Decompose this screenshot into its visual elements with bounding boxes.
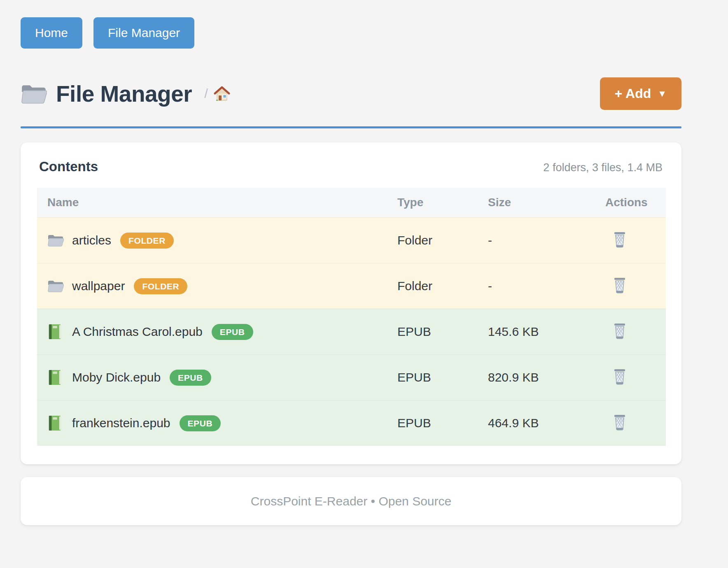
add-button-label: + Add (615, 86, 651, 101)
table-row[interactable]: Moby Dick.epub EPUB EPUB 820.9 KB (37, 354, 666, 400)
folder-icon (47, 233, 64, 248)
wastebasket-icon (612, 277, 628, 294)
file-type: Folder (397, 233, 488, 247)
column-header-name: Name (37, 196, 397, 209)
breadcrumb-separator: / (204, 86, 208, 101)
delete-button[interactable] (610, 275, 629, 296)
footer-card: CrossPoint E-Reader • Open Source (21, 477, 681, 525)
table-row[interactable]: articles FOLDER Folder - (37, 217, 666, 263)
top-nav: Home File Manager (21, 0, 681, 49)
book-icon (47, 415, 64, 431)
file-name: A Christmas Carol.epub (72, 325, 203, 339)
column-header-type: Type (397, 196, 488, 209)
nav-home-button[interactable]: Home (21, 17, 82, 49)
file-type: EPUB (397, 416, 488, 430)
wastebasket-icon (612, 368, 628, 386)
file-type-badge: EPUB (170, 370, 211, 386)
chevron-down-icon: ▼ (658, 88, 667, 99)
table-row[interactable]: A Christmas Carol.epub EPUB EPUB 145.6 K… (37, 309, 666, 354)
delete-button[interactable] (610, 367, 629, 387)
book-icon (47, 324, 64, 340)
file-size: 464.9 KB (488, 416, 605, 430)
folder-icon (47, 278, 64, 294)
file-table: Name Type Size Actions articles FOLDER F… (37, 188, 666, 446)
table-row[interactable]: wallpaper FOLDER Folder - (37, 263, 666, 309)
nav-file-manager-button[interactable]: File Manager (93, 17, 194, 49)
breadcrumb-home-icon[interactable] (214, 86, 230, 102)
file-type-badge: EPUB (212, 324, 253, 340)
wastebasket-icon (612, 323, 628, 340)
file-size: - (488, 233, 605, 247)
file-type: Folder (397, 279, 488, 293)
contents-title: Contents (39, 159, 98, 175)
page-header: File Manager / + Add ▼ (21, 77, 681, 110)
delete-button[interactable] (610, 412, 629, 433)
column-header-actions: Actions (605, 196, 666, 209)
open-folder-icon (21, 82, 47, 105)
file-type: EPUB (397, 370, 488, 384)
file-name: Moby Dick.epub (72, 370, 161, 384)
contents-summary: 2 folders, 3 files, 1.4 MB (543, 161, 663, 174)
wastebasket-icon (612, 231, 628, 249)
file-size: 145.6 KB (488, 325, 605, 339)
file-type-badge: FOLDER (134, 278, 187, 294)
page: Home File Manager File Manager / + Add ▼… (21, 0, 681, 525)
delete-button[interactable] (610, 230, 629, 250)
delete-button[interactable] (610, 321, 629, 342)
table-row[interactable]: frankenstein.epub EPUB EPUB 464.9 KB (37, 400, 666, 446)
page-title: File Manager (56, 81, 192, 107)
file-type: EPUB (397, 325, 488, 339)
breadcrumb: / (204, 86, 230, 102)
column-header-size: Size (488, 196, 605, 209)
file-name: articles (72, 233, 111, 247)
footer-text: CrossPoint E-Reader • Open Source (251, 494, 451, 508)
book-icon (47, 370, 64, 385)
file-type-badge: EPUB (180, 415, 221, 431)
file-name: frankenstein.epub (72, 416, 170, 430)
table-body: articles FOLDER Folder - wallpaper FOLDE… (37, 217, 666, 446)
file-name: wallpaper (72, 279, 125, 293)
file-type-badge: FOLDER (120, 233, 174, 249)
table-header-row: Name Type Size Actions (37, 188, 666, 217)
file-size: 820.9 KB (488, 370, 605, 384)
add-button[interactable]: + Add ▼ (600, 77, 681, 110)
file-size: - (488, 279, 605, 293)
wastebasket-icon (612, 414, 628, 431)
contents-card: Contents 2 folders, 3 files, 1.4 MB Name… (21, 142, 681, 464)
header-divider (21, 126, 681, 128)
